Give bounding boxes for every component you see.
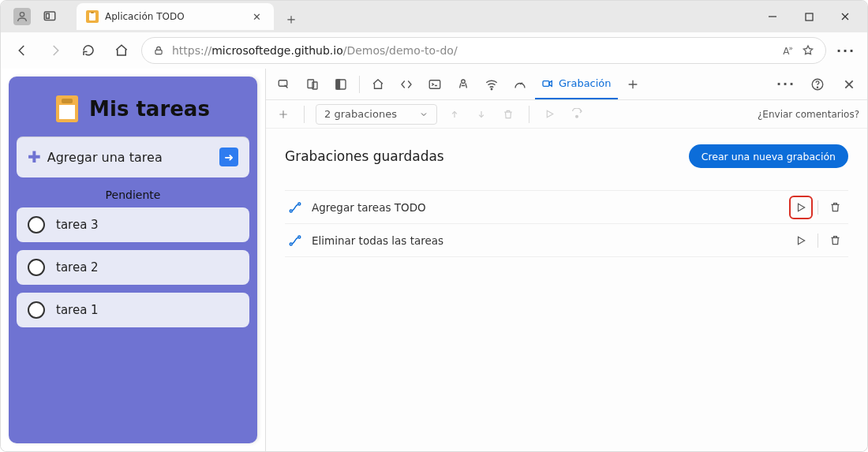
recorder-tab-label: Grabación — [559, 77, 612, 89]
home-button[interactable] — [108, 37, 135, 64]
window-controls — [757, 4, 867, 29]
tab-close-button[interactable]: ✕ — [249, 9, 264, 24]
delete-button[interactable] — [499, 105, 518, 124]
devtools-panel: Grabación ··· 2 grabaciones — [265, 69, 867, 451]
recorder-tab[interactable]: Grabación — [535, 69, 618, 99]
recordings-dropdown[interactable]: 2 grabaciones — [316, 104, 437, 125]
performance-tab-icon[interactable] — [507, 71, 533, 98]
read-aloud-button[interactable]: A» — [783, 44, 792, 57]
play-recording-button[interactable] — [791, 230, 811, 251]
recording-name: Eliminar todas las tareas — [312, 234, 443, 247]
task-row[interactable]: tarea 2 — [17, 250, 249, 285]
task-label: tarea 2 — [56, 260, 99, 275]
device-toggle-icon[interactable] — [299, 71, 326, 98]
address-bar-actions: A» — [783, 44, 814, 57]
svg-rect-9 — [155, 50, 162, 54]
svg-point-29 — [290, 210, 292, 212]
import-button[interactable] — [472, 105, 491, 124]
task-row[interactable]: tarea 1 — [17, 293, 249, 327]
clipboard-icon — [56, 95, 78, 122]
flow-icon — [288, 233, 302, 248]
checkbox-icon[interactable] — [28, 259, 45, 276]
network-tab-icon[interactable] — [478, 71, 505, 98]
svg-point-18 — [491, 88, 492, 90]
recording-name: Agregar tareas TODO — [312, 201, 426, 214]
separator — [817, 233, 818, 248]
maximize-button[interactable] — [793, 4, 825, 29]
refresh-button[interactable] — [75, 37, 102, 64]
svg-point-23 — [817, 87, 817, 88]
browser-tab[interactable]: Aplicación TODO ✕ — [77, 3, 274, 30]
svg-point-32 — [298, 236, 301, 238]
add-task-input[interactable]: ✚ Agregar una tarea ➜ — [17, 136, 249, 177]
devtools-right-controls: ··· — [773, 71, 862, 98]
app-title-text: Mis tareas — [89, 97, 210, 121]
more-tools-button[interactable]: ··· — [773, 71, 799, 98]
console-tab-icon[interactable] — [421, 71, 448, 98]
recording-actions — [791, 230, 845, 251]
recording-actions — [791, 197, 845, 218]
checkbox-icon[interactable] — [28, 301, 45, 319]
svg-rect-19 — [543, 80, 549, 86]
svg-rect-15 — [429, 80, 440, 88]
help-button[interactable] — [804, 71, 831, 98]
sources-tab-icon[interactable] — [450, 71, 477, 98]
chevron-down-icon — [419, 110, 428, 119]
recordings-list: Agregar tareas TODO Eliminar todas las t… — [285, 190, 848, 257]
recording-row[interactable]: Agregar tareas TODO — [285, 191, 848, 224]
svg-rect-6 — [806, 13, 813, 21]
back-button[interactable] — [9, 37, 36, 64]
add-panel-button[interactable] — [619, 71, 646, 98]
flow-icon — [288, 200, 302, 215]
recorder-heading-row: Grabaciones guardadas Crear una nueva gr… — [285, 144, 848, 168]
svg-point-31 — [290, 243, 292, 245]
pending-section-label: Pendiente — [17, 177, 249, 207]
new-recording-icon[interactable] — [274, 105, 293, 124]
step-button[interactable] — [567, 105, 586, 124]
svg-point-17 — [462, 80, 466, 84]
welcome-tab-icon[interactable] — [365, 71, 391, 98]
export-button[interactable] — [445, 105, 464, 124]
recorder-toolbar: 2 grabaciones ¿Enviar comentarios? — [266, 100, 867, 129]
todo-card: Mis tareas ✚ Agregar una tarea ➜ Pendien… — [9, 77, 257, 443]
tab-title: Aplicación TODO — [105, 11, 185, 22]
dock-icon[interactable] — [327, 71, 354, 98]
separator — [304, 106, 305, 123]
forward-button[interactable] — [42, 37, 69, 64]
svg-rect-3 — [89, 13, 95, 21]
delete-recording-button[interactable] — [825, 197, 845, 218]
address-bar[interactable]: https://microsoftedge.github.io/Demos/de… — [141, 37, 826, 64]
recorder-body: Grabaciones guardadas Crear una nueva gr… — [266, 129, 867, 451]
plus-icon: ✚ — [28, 148, 41, 166]
svg-point-30 — [298, 203, 301, 205]
close-devtools-button[interactable] — [836, 71, 862, 98]
todo-app: Mis tareas ✚ Agregar una tarea ➜ Pendien… — [1, 69, 265, 451]
recording-row[interactable]: Eliminar todas las tareas — [285, 224, 848, 257]
workspaces-button[interactable] — [42, 9, 58, 24]
create-recording-button[interactable]: Crear una nueva grabación — [689, 144, 848, 168]
play-recording-button[interactable] — [791, 197, 811, 218]
favorite-button[interactable] — [802, 44, 814, 57]
elements-tab-icon[interactable] — [393, 71, 420, 98]
lock-icon — [153, 45, 164, 56]
checkbox-icon[interactable] — [28, 216, 45, 233]
devtools-tabstrip: Grabación ··· — [266, 69, 867, 100]
minimize-button[interactable] — [757, 4, 788, 29]
separator — [529, 106, 529, 123]
separator — [359, 76, 360, 93]
delete-recording-button[interactable] — [825, 230, 845, 251]
task-row[interactable]: tarea 3 — [17, 207, 249, 242]
dropdown-label: 2 grabaciones — [324, 108, 397, 120]
new-tab-button[interactable]: ＋ — [280, 8, 302, 30]
profile-button[interactable] — [13, 8, 31, 25]
feedback-link[interactable]: ¿Enviar comentarios? — [758, 109, 859, 120]
inspect-icon[interactable] — [271, 71, 297, 98]
submit-task-button[interactable]: ➜ — [219, 148, 238, 166]
saved-recordings-heading: Grabaciones guardadas — [285, 148, 444, 164]
play-button[interactable] — [541, 105, 559, 124]
task-label: tarea 1 — [56, 303, 99, 317]
svg-rect-2 — [47, 13, 50, 18]
task-label: tarea 3 — [56, 218, 99, 232]
close-button[interactable] — [829, 4, 861, 29]
settings-menu-button[interactable]: ··· — [832, 37, 859, 64]
